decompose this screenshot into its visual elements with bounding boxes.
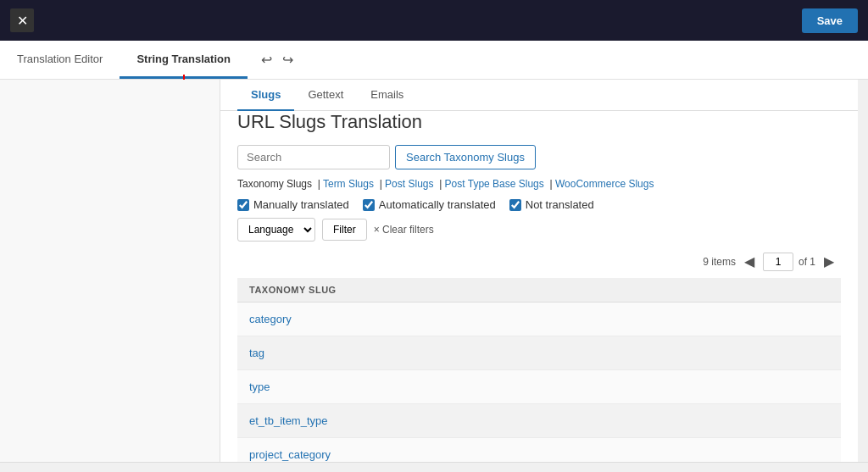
link-term-slugs[interactable]: Term Slugs xyxy=(323,178,374,190)
sub-tab-gettext[interactable]: Gettext xyxy=(294,80,357,111)
prev-page-button[interactable]: ◀ xyxy=(741,252,758,271)
nav-tabs: Translation Editor String Translation ↩ … xyxy=(0,41,868,80)
not-translated-checkbox[interactable] xyxy=(509,199,521,211)
search-taxonomy-button[interactable]: Search Taxonomy Slugs xyxy=(395,145,536,169)
redo-button[interactable]: ↪ xyxy=(279,48,297,71)
language-select[interactable]: Language xyxy=(237,218,315,242)
checkboxes-row: Manually translated Automatically transl… xyxy=(237,198,841,211)
slug-cell[interactable]: et_tb_item_type xyxy=(237,404,841,438)
table-row[interactable]: tag xyxy=(237,336,841,370)
table-row[interactable]: et_tb_item_type xyxy=(237,404,841,438)
page-number-input[interactable] xyxy=(763,253,793,271)
table-row[interactable]: type xyxy=(237,370,841,404)
next-page-button[interactable]: ▶ xyxy=(821,252,837,271)
filter-button[interactable]: Filter xyxy=(322,219,367,241)
checkbox-manually-translated[interactable]: Manually translated xyxy=(237,198,349,211)
table-row[interactable]: project_category xyxy=(237,438,841,463)
slug-cell[interactable]: category xyxy=(237,303,841,336)
tab-string-translation[interactable]: String Translation xyxy=(120,41,248,79)
undo-redo-group: ↩ ↪ xyxy=(248,41,307,79)
table-row[interactable]: category xyxy=(237,303,841,336)
top-bar: ✕ Save xyxy=(0,0,868,41)
link-post-type-base-slugs[interactable]: Post Type Base Slugs xyxy=(445,178,544,190)
sub-tab-emails[interactable]: Emails xyxy=(357,80,417,111)
checkbox-not-translated[interactable]: Not translated xyxy=(509,198,594,211)
content-area: Slugs Gettext Emails URL Slugs Translati… xyxy=(220,80,858,462)
items-count: 9 items xyxy=(703,256,736,268)
of-label: of 1 xyxy=(798,256,815,268)
search-input[interactable] xyxy=(237,145,390,169)
link-woocommerce-slugs[interactable]: WooCommerce Slugs xyxy=(555,178,654,190)
slug-table: TAXONOMY SLUG categorytagtypeet_tb_item_… xyxy=(237,278,841,462)
table-header-taxonomy-slug: TAXONOMY SLUG xyxy=(237,278,841,303)
search-row: Search Taxonomy Slugs xyxy=(237,145,841,169)
link-post-slugs[interactable]: Post Slugs xyxy=(385,178,433,190)
bottom-scrollbar[interactable] xyxy=(0,462,868,472)
sub-tab-slugs[interactable]: Slugs xyxy=(237,80,294,111)
close-button[interactable]: ✕ xyxy=(10,8,34,32)
pagination-row: 9 items ◀ of 1 ▶ xyxy=(237,252,841,271)
undo-button[interactable]: ↩ xyxy=(258,48,275,71)
auto-translated-checkbox[interactable] xyxy=(363,199,375,211)
slug-cell[interactable]: project_category xyxy=(237,438,841,463)
filter-row: Language Filter × Clear filters xyxy=(237,218,841,242)
content-scroll: URL Slugs Translation Search Taxonomy Sl… xyxy=(220,111,858,462)
slug-cell[interactable]: tag xyxy=(237,336,841,370)
right-scrollbar[interactable] xyxy=(858,80,868,462)
slug-cell[interactable]: type xyxy=(237,370,841,404)
links-row: Taxonomy Slugs | Term Slugs | Post Slugs… xyxy=(237,178,841,190)
clear-filters-button[interactable]: × Clear filters xyxy=(374,224,434,236)
main-content: Slugs Gettext Emails URL Slugs Translati… xyxy=(0,80,868,462)
page-title: URL Slugs Translation xyxy=(237,111,841,133)
tab-translation-editor[interactable]: Translation Editor xyxy=(0,41,120,79)
checkbox-auto-translated[interactable]: Automatically translated xyxy=(363,198,496,211)
sub-tabs: Slugs Gettext Emails xyxy=(220,80,858,111)
manually-translated-checkbox[interactable] xyxy=(237,199,249,211)
sidebar xyxy=(0,80,220,462)
save-button[interactable]: Save xyxy=(802,8,858,33)
